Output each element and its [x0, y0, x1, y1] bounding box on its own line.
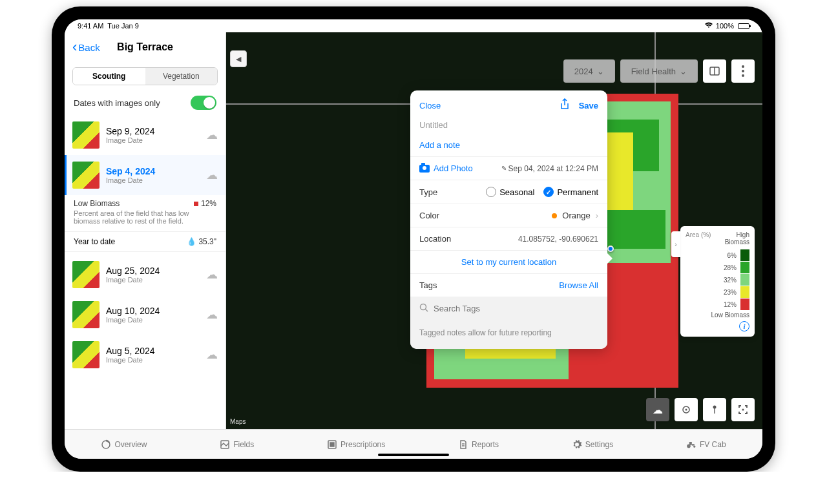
tags-label: Tags	[419, 280, 437, 290]
low-biomass-swatch	[194, 202, 198, 206]
legend-info-button[interactable]: i	[686, 321, 749, 331]
save-button[interactable]: Save	[579, 101, 598, 110]
radio-permanent[interactable]: Permanent	[543, 187, 598, 197]
svg-point-19	[742, 409, 744, 411]
cloud-download-icon[interactable]: ☁	[206, 308, 218, 322]
color-row[interactable]: Color Orange ›	[410, 204, 607, 227]
legend-swatch	[740, 249, 749, 261]
cloud-icon: ☁	[653, 404, 663, 416]
legend-pct: 32%	[686, 277, 737, 284]
screen: 9:41 AM Tue Jan 9 100% ‹ Back Big Terrac…	[65, 19, 762, 459]
cloud-download-icon[interactable]: ☁	[206, 128, 218, 142]
more-menu-button[interactable]	[731, 59, 755, 83]
biomass-description: Percent area of the field that has low b…	[74, 209, 216, 225]
tab-vegetation[interactable]: Vegetation	[145, 68, 218, 85]
date-item[interactable]: Aug 5, 2024 Image Date ☁	[65, 335, 225, 375]
fullscreen-button[interactable]	[731, 398, 755, 421]
pin-head	[607, 246, 614, 252]
date-item[interactable]: Aug 10, 2024 Image Date ☁	[65, 295, 225, 335]
ytd-value: 35.3"	[198, 237, 216, 246]
cloud-download-icon[interactable]: ☁	[206, 168, 218, 182]
legend-swatch	[740, 262, 749, 273]
map-area[interactable]: 15TH AVE 210TH ST ◀ 2024⌄ Field Health⌄	[226, 32, 762, 429]
collapse-sidebar-button[interactable]: ◀	[230, 50, 247, 67]
field-thumbnail	[72, 261, 99, 288]
fields-icon	[220, 439, 230, 450]
location-label: Location	[419, 234, 451, 244]
date-label: Aug 5, 2024	[106, 346, 200, 356]
legend-swatch	[740, 286, 749, 298]
legend-pct: 28%	[686, 264, 737, 271]
legend-pct: 23%	[686, 289, 737, 296]
map-bottom-right-controls: ☁	[646, 398, 755, 421]
tab-scouting[interactable]: Scouting	[73, 68, 145, 85]
date-item[interactable]: Aug 25, 2024 Image Date ☁	[65, 255, 225, 295]
legend-collapse-handle[interactable]: ›	[671, 231, 680, 257]
search-icon	[419, 303, 428, 314]
sidebar-header: ‹ Back Big Terrace	[65, 32, 225, 62]
radio-seasonal[interactable]: Seasonal	[486, 187, 534, 197]
type-radio-group: Seasonal Permanent	[486, 187, 598, 197]
tab-reports[interactable]: Reports	[458, 439, 499, 450]
legend-rows: 6%28%32%23%12%	[686, 249, 749, 310]
date-label: Aug 10, 2024	[106, 306, 200, 316]
search-tags-input[interactable]	[434, 304, 598, 313]
field-thumbnail	[72, 341, 99, 368]
locate-button[interactable]	[675, 398, 698, 421]
add-note-button[interactable]: Add a note	[410, 136, 607, 156]
home-indicator[interactable]	[378, 454, 449, 456]
tab-overview[interactable]: Overview	[101, 439, 147, 450]
segmented-control: Scouting Vegetation	[72, 67, 218, 85]
timestamp[interactable]: ✎Sep 04, 2024 at 12:24 PM	[501, 164, 598, 173]
layer-selector[interactable]: Field Health⌄	[620, 59, 698, 83]
type-label: Type	[419, 187, 437, 197]
tab-prescriptions[interactable]: Prescriptions	[327, 439, 385, 450]
biomass-pct: 12%	[201, 199, 216, 208]
pin-marker[interactable]	[607, 246, 614, 252]
raindrop-icon: 💧	[187, 237, 196, 246]
svg-rect-25	[330, 443, 334, 446]
cloud-download-icon[interactable]: ☁	[206, 348, 218, 362]
date-label: Sep 4, 2024	[106, 166, 200, 176]
search-tags-field[interactable]	[410, 297, 607, 320]
legend-row: 23%	[686, 286, 749, 298]
biomass-title: Low Biomass	[74, 199, 120, 208]
close-button[interactable]: Close	[419, 101, 441, 110]
date-list[interactable]: Sep 9, 2024 Image Date ☁ Sep 4, 2024 Ima…	[65, 115, 225, 429]
legend-row: 32%	[686, 274, 749, 286]
year-selector[interactable]: 2024⌄	[563, 59, 615, 83]
wifi-icon	[704, 22, 713, 30]
year-to-date-row[interactable]: Year to date 💧35.3"	[65, 231, 225, 252]
tab-fields[interactable]: Fields	[220, 439, 254, 450]
chevron-down-icon: ⌄	[597, 67, 604, 76]
field-thumbnail	[72, 301, 99, 328]
pin-title-input[interactable]: Untitled	[410, 118, 607, 136]
share-icon[interactable]	[560, 98, 570, 112]
add-photo-button[interactable]: Add Photo	[419, 163, 473, 173]
tab-settings[interactable]: Settings	[572, 439, 613, 450]
date-item-selected[interactable]: Sep 4, 2024 Image Date ☁	[65, 155, 225, 195]
legend-row: 28%	[686, 262, 749, 273]
pin-editor-popover: Close Save Untitled Add a note Add Photo…	[410, 90, 607, 349]
prescriptions-icon	[327, 439, 337, 450]
gear-icon	[572, 439, 582, 450]
svg-point-29	[693, 445, 695, 447]
legend-pct: 6%	[686, 252, 737, 259]
back-button[interactable]: ‹ Back	[72, 39, 100, 56]
pin-tool-button[interactable]	[703, 398, 726, 421]
status-right: 100%	[704, 22, 749, 30]
chevron-right-icon: ›	[675, 241, 676, 248]
split-view-button[interactable]	[703, 59, 726, 83]
map-attribution: Maps	[230, 418, 246, 425]
camera-icon	[419, 165, 430, 173]
set-current-location-button[interactable]: Set to my current location	[410, 250, 607, 273]
cloud-download-icon[interactable]: ☁	[206, 268, 218, 282]
tab-fvcab[interactable]: FV Cab	[686, 439, 726, 450]
weather-button[interactable]: ☁	[646, 398, 669, 421]
images-only-switch[interactable]	[191, 96, 216, 110]
field-thumbnail	[72, 162, 99, 189]
legend-area-label: Area (%)	[686, 231, 711, 246]
status-left: 9:41 AM Tue Jan 9	[78, 22, 139, 30]
date-item[interactable]: Sep 9, 2024 Image Date ☁	[65, 115, 225, 155]
browse-all-tags-button[interactable]: Browse All	[559, 280, 598, 290]
